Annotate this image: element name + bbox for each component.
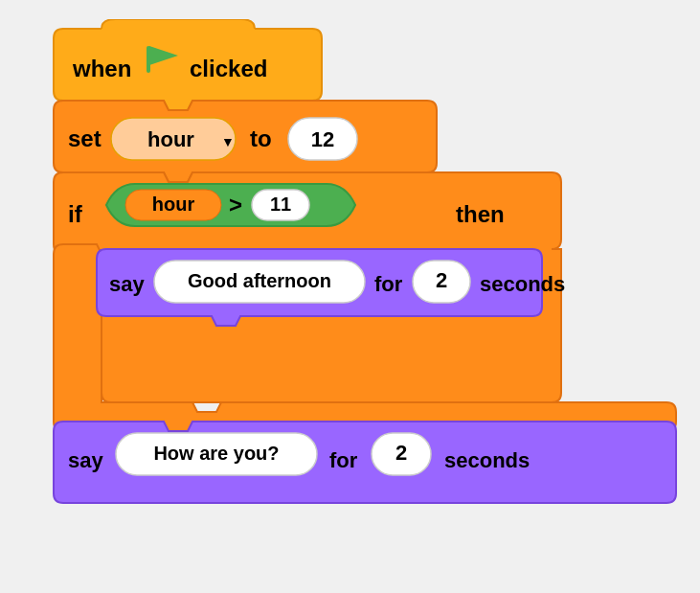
say-inner-block[interactable]: say Good afternoon for 2 seconds — [97, 249, 565, 326]
set-block[interactable]: set hour ▼ to 12 — [54, 101, 437, 182]
for-inner-label: for — [374, 272, 403, 296]
set-label: set — [68, 125, 102, 151]
say-outer-message[interactable]: How are you? — [153, 443, 279, 464]
if-block[interactable]: if hour > 11 then say — [54, 172, 676, 431]
for-outer-label: for — [329, 448, 358, 472]
say-outer-label: say — [68, 448, 103, 472]
svg-rect-2 — [147, 46, 150, 73]
dropdown-arrow[interactable]: ▼ — [221, 134, 235, 149]
say-outer-block[interactable]: say How are you? for 2 seconds — [54, 422, 676, 503]
then-label: then — [456, 201, 505, 227]
say-outer-seconds-value[interactable]: 2 — [395, 441, 406, 465]
blocks-svg: when clicked set hour ▼ to 12 — [44, 19, 695, 584]
operator-label: > — [228, 192, 241, 217]
when-label: when — [72, 56, 131, 81]
when-block[interactable]: when clicked — [54, 19, 322, 110]
if-label: if — [68, 201, 83, 227]
set-value[interactable]: 12 — [310, 127, 333, 151]
clicked-label: clicked — [190, 56, 267, 81]
scratch-program: when clicked set hour ▼ to 12 — [25, 0, 676, 593]
condition-value[interactable]: 11 — [269, 194, 290, 215]
say-inner-seconds-value[interactable]: 2 — [435, 268, 446, 292]
seconds-outer-label: seconds — [444, 448, 530, 472]
set-variable[interactable]: hour — [147, 127, 194, 151]
condition-variable[interactable]: hour — [151, 194, 194, 215]
condition-block[interactable]: hour > 11 — [106, 184, 355, 226]
say-inner-message[interactable]: Good afternoon — [188, 270, 331, 291]
say-inner-label: say — [109, 272, 145, 296]
to-label: to — [250, 125, 272, 151]
seconds-inner-label: seconds — [480, 272, 565, 296]
svg-rect-0 — [102, 29, 255, 42]
